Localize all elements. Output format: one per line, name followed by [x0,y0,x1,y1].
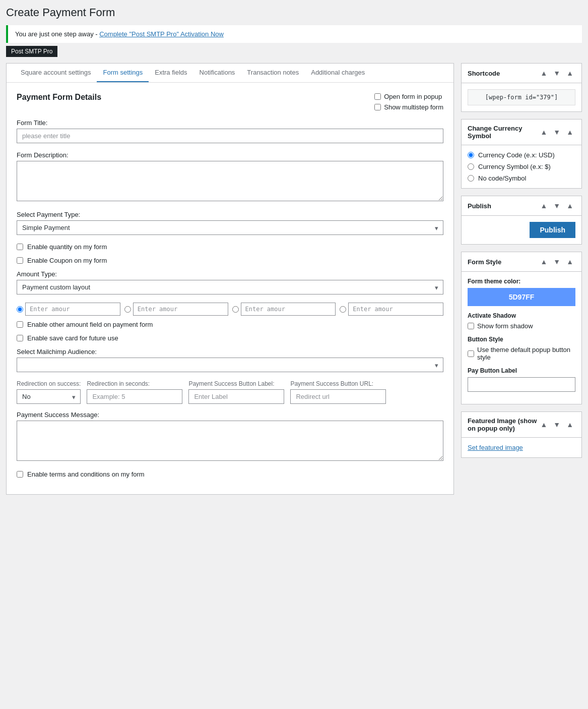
form-options-checkboxes: Open form in popup Show multistep form [374,93,443,111]
featured-image-toggle-btn[interactable]: ▲ [564,420,575,429]
redirect-success-select-wrap: NoYes ▾ [17,389,81,404]
tab-form-settings[interactable]: Form settings [97,64,149,82]
notice-bar: You are just one step away - Complete "P… [6,25,582,43]
enable-other-amount-checkbox[interactable] [17,321,23,328]
form-title-input[interactable] [17,129,443,143]
redirect-seconds-input[interactable] [87,389,182,404]
pay-button-label-section: Pay Button Label Pay Now [468,367,575,392]
form-description-input[interactable] [17,161,443,201]
button-style-section: Button Style Use theme default popup but… [468,336,575,361]
pay-button-input[interactable]: Pay Now [468,377,575,392]
currency-panel-title: Change Currency Symbol [468,125,538,140]
show-shadow-checkbox[interactable] [468,323,474,329]
multistep-checkbox[interactable] [374,104,381,110]
publish-panel-title: Publish [468,202,491,210]
success-message-label: Payment Success Message: [17,411,443,419]
amount-input-3[interactable] [241,303,336,316]
section-title: Payment Form Details [17,93,101,102]
shortcode-collapse-down-btn[interactable]: ▼ [551,69,562,78]
shortcode-panel-title: Shortcode [468,70,500,77]
enable-terms-checkbox[interactable] [17,471,23,478]
smtp-pro-button[interactable]: Post SMTP Pro [6,46,57,57]
payment-type-select[interactable]: Simple PaymentRecurring PaymentDonation [17,220,443,235]
currency-symbol-radio[interactable] [468,163,474,170]
amount-radio-1[interactable] [17,306,23,313]
shortcode-toggle-btn[interactable]: ▲ [564,69,575,78]
theme-color-swatch[interactable]: 5D97FF [468,288,575,306]
mailchimp-select[interactable] [17,358,443,372]
success-message-input[interactable] [17,421,443,461]
use-theme-button-text: Use theme default popup button style [477,346,575,361]
publish-panel: Publish ▲ ▼ ▲ Publish [461,196,582,245]
pay-button-label-title: Pay Button Label [468,367,575,374]
currency-code-radio[interactable] [468,152,474,158]
form-style-collapse-down-btn[interactable]: ▼ [551,257,562,266]
amount-option-1 [17,303,120,316]
amount-type-select[interactable]: Payment custom layoutFixed AmountFlexibl… [17,280,443,294]
tab-additional-charges[interactable]: Additional charges [305,64,371,82]
amount-radio-3[interactable] [232,306,239,313]
set-featured-image-link[interactable]: Set featured image [468,444,523,451]
redirect-success-select[interactable]: NoYes [17,389,81,404]
redirect-seconds-col: Redirection in seconds: [87,380,182,404]
amount-input-4[interactable] [348,303,443,316]
tab-transaction-notes[interactable]: Transaction notes [241,64,305,82]
show-shadow-label[interactable]: Show form shadow [468,322,575,330]
enable-quantity-checkbox[interactable] [17,244,23,250]
form-style-panel-title: Form Style [468,258,501,266]
currency-panel-header: Change Currency Symbol ▲ ▼ ▲ [462,120,581,145]
currency-panel-body: Currency Code (e.x: USD) Currency Symbol… [462,145,581,188]
notice-text: You are just one step away - [15,30,99,38]
publish-toggle-btn[interactable]: ▲ [564,201,575,210]
currency-panel-controls: ▲ ▼ ▲ [538,128,575,137]
amount-input-1[interactable] [25,303,120,316]
enable-coupon-checkbox[interactable] [17,257,23,264]
enable-save-card-checkbox[interactable] [17,335,23,341]
enable-other-amount-label[interactable]: Enable other amount field on payment for… [17,321,443,328]
currency-symbol-label[interactable]: Currency Symbol (e.x: $) [468,163,575,170]
multistep-label: Show multistep form [384,103,443,111]
tab-notifications[interactable]: Notifications [193,64,241,82]
activate-shadow-section: Activate Shadow Show form shadow [468,312,575,330]
currency-none-label[interactable]: No code/Symbol [468,174,575,182]
redirect-success-col: Redirection on success: NoYes ▾ [17,380,81,404]
publish-collapse-down-btn[interactable]: ▼ [551,201,562,210]
notice-link[interactable]: Complete "Post SMTP Pro" Activation Now [99,30,224,38]
currency-collapse-down-btn[interactable]: ▼ [551,128,562,137]
featured-image-panel-header: Featured Image (show on popup only) ▲ ▼ … [462,412,581,438]
currency-code-label[interactable]: Currency Code (e.x: USD) [468,151,575,159]
success-button-url-input[interactable] [290,389,386,404]
amount-radio-4[interactable] [340,306,346,313]
multistep-checkbox-label[interactable]: Show multistep form [374,103,443,111]
featured-image-collapse-down-btn[interactable]: ▼ [551,420,562,429]
enable-coupon-label[interactable]: Enable Coupon on my form [17,257,443,264]
featured-image-collapse-up-btn[interactable]: ▲ [538,420,549,429]
form-style-collapse-up-btn[interactable]: ▲ [538,257,549,266]
currency-panel: Change Currency Symbol ▲ ▼ ▲ Currency Co… [461,119,582,189]
currency-none-radio[interactable] [468,175,474,182]
open-popup-checkbox[interactable] [374,93,381,100]
page-title: Create Payment Form [6,6,582,19]
amount-radio-2[interactable] [124,306,131,313]
currency-radio-group: Currency Code (e.x: USD) Currency Symbol… [468,151,575,182]
form-style-panel: Form Style ▲ ▼ ▲ Form theme color: 5D97F… [461,252,582,404]
currency-toggle-btn[interactable]: ▲ [564,128,575,137]
enable-quantity-label[interactable]: Enable quantity on my form [17,243,443,251]
success-button-label-input[interactable] [188,389,284,404]
shortcode-collapse-up-btn[interactable]: ▲ [538,69,549,78]
enable-terms-label[interactable]: Enable terms and conditions on my form [17,470,443,478]
open-popup-checkbox-label[interactable]: Open form in popup [374,93,443,100]
redirect-seconds-label: Redirection in seconds: [87,380,182,387]
form-style-toggle-btn[interactable]: ▲ [564,257,575,266]
tab-square[interactable]: Square account settings [15,64,97,82]
use-theme-button-label[interactable]: Use theme default popup button style [468,346,575,361]
publish-collapse-up-btn[interactable]: ▲ [538,201,549,210]
enable-save-card-label[interactable]: Enable save card for future use [17,334,443,342]
use-theme-button-checkbox[interactable] [468,350,474,357]
publish-button[interactable]: Publish [530,222,575,238]
payment-type-group: Select Payment Type: Simple PaymentRecur… [17,211,443,235]
currency-collapse-up-btn[interactable]: ▲ [538,128,549,137]
amount-type-select-wrap: Payment custom layoutFixed AmountFlexibl… [17,280,443,294]
tab-extra-fields[interactable]: Extra fields [149,64,193,82]
amount-input-2[interactable] [133,303,228,316]
